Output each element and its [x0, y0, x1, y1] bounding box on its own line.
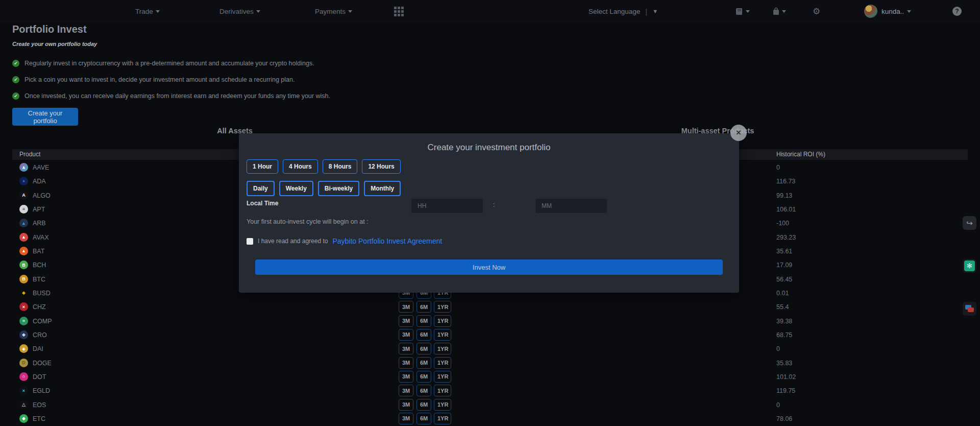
table-row[interactable]: ×EGLD3M6M1YR119.75 [12, 384, 968, 397]
frequency-option-weekly[interactable]: Weekly [279, 181, 313, 196]
share-icon[interactable]: ↪ [963, 216, 976, 230]
agreement-link[interactable]: Paybito Portfolio Invest Agreement [332, 237, 442, 245]
cycle-begin-text: Your first auto-invest cycle will begin … [247, 218, 369, 225]
term-button-1yr[interactable]: 1YR [434, 357, 451, 369]
coin-symbol: BCH [33, 262, 46, 269]
table-row[interactable]: ◈DAI3M6M1YR0 [12, 342, 968, 356]
hour-input[interactable] [411, 199, 483, 213]
top-navbar: TradeDerivativesPayments Select Language… [0, 0, 980, 22]
close-icon[interactable]: × [730, 125, 747, 141]
term-button-6m[interactable]: 6M [416, 385, 431, 396]
term-button-1yr[interactable]: 1YR [434, 329, 451, 341]
help-icon[interactable]: ? [952, 7, 962, 16]
language-selector[interactable]: Select Language | ▼ [589, 0, 658, 22]
term-button-6m[interactable]: 6M [416, 343, 431, 354]
wallet-bag-icon[interactable] [772, 0, 786, 22]
term-button-3m[interactable]: 3M [399, 357, 413, 369]
comp-coin-icon: ≈ [19, 317, 28, 325]
table-row[interactable]: ◆ETC3M6M1YR78.06 [12, 412, 968, 425]
invest-now-button[interactable]: Invest Now [255, 259, 723, 275]
local-time-label: Local Time [247, 200, 278, 207]
gpt-glyph: ✻ [964, 261, 975, 271]
chz-coin-icon: × [19, 302, 28, 311]
coin-symbol: DAI [33, 345, 43, 352]
orders-caret-icon [746, 10, 750, 13]
chat-bubbles-icon[interactable] [963, 302, 976, 316]
nav-menu-trade[interactable]: Trade [135, 0, 160, 22]
user-avatar[interactable] [864, 5, 877, 18]
frequency-option-bi-weekly[interactable]: Bi-weekly [318, 181, 359, 196]
historical-roi-value: 116.73 [776, 178, 795, 185]
bullet-text: Regularly invest in cryptocurrency with … [24, 60, 314, 67]
term-button-1yr[interactable]: 1YR [434, 371, 451, 383]
create-portfolio-modal: × Create your investment portfolio 1 Hou… [239, 133, 739, 293]
term-button-3m[interactable]: 3M [399, 315, 413, 327]
term-button-3m[interactable]: 3M [399, 385, 413, 396]
table-row[interactable]: ≈COMP3M6M1YR39.38 [12, 314, 968, 328]
term-button-6m[interactable]: 6M [416, 371, 431, 383]
term-button-1yr[interactable]: 1YR [434, 301, 451, 313]
nav-menu-label: Payments [315, 8, 346, 15]
apps-grid-icon[interactable] [394, 7, 404, 16]
historical-roi-value: 55.4 [776, 303, 789, 311]
hour-option-8-hours[interactable]: 8 Hours [323, 159, 358, 174]
table-row[interactable]: ○DOT3M6M1YR101.02 [12, 370, 968, 384]
coin-symbol: CRO [33, 332, 47, 339]
term-button-6m[interactable]: 6M [416, 399, 431, 411]
term-button-1yr[interactable]: 1YR [434, 385, 451, 396]
frequency-option-monthly[interactable]: Monthly [364, 181, 401, 196]
coin-symbol: BUSD [33, 290, 51, 297]
check-icon: ✔ [12, 60, 19, 67]
time-separator: : [493, 201, 495, 208]
user-name: kunda.. [881, 8, 904, 15]
term-button-6m[interactable]: 6M [416, 301, 431, 313]
coin-symbol: AVAX [33, 234, 49, 241]
algo-coin-icon: A [19, 191, 28, 200]
historical-roi-value: 56.45 [776, 276, 792, 283]
term-button-3m[interactable]: 3M [399, 399, 413, 411]
hour-option-4-hours[interactable]: 4 Hours [283, 159, 318, 174]
term-button-6m[interactable]: 6M [416, 315, 431, 327]
term-button-3m[interactable]: 3M [399, 413, 413, 424]
orders-book-icon[interactable] [736, 0, 750, 22]
chat-bubble-red [968, 307, 974, 312]
bullet-text: Once invested, you can receive daily ear… [24, 92, 330, 100]
term-button-1yr[interactable]: 1YR [434, 315, 451, 327]
bat-coin-icon: ▲ [19, 247, 28, 255]
table-row[interactable]: △EOS3M6M1YR0 [12, 398, 968, 412]
gpt-extension-icon[interactable]: ✻ [963, 259, 976, 273]
frequency-option-daily[interactable]: Daily [247, 181, 275, 196]
term-button-3m[interactable]: 3M [399, 343, 413, 354]
column-historical-roi: Historical ROI (%) [776, 151, 825, 158]
agreement-checkbox[interactable] [247, 238, 253, 245]
feature-bullet: ✔Once invested, you can receive daily ea… [12, 92, 330, 100]
settings-gear-icon[interactable]: ⚙ [813, 0, 820, 22]
term-button-3m[interactable]: 3M [399, 301, 413, 313]
coin-symbol: ALGO [33, 192, 51, 199]
table-row[interactable]: ×CHZ3M6M1YR55.4 [12, 300, 968, 314]
feature-bullet: ✔Regularly invest in cryptocurrency with… [12, 60, 314, 67]
coin-symbol: CHZ [33, 303, 46, 311]
term-button-1yr[interactable]: 1YR [434, 399, 451, 411]
nav-menu-payments[interactable]: Payments [315, 0, 352, 22]
nav-menu-derivatives[interactable]: Derivatives [219, 0, 260, 22]
term-button-6m[interactable]: 6M [416, 329, 431, 341]
etc-coin-icon: ◆ [19, 414, 28, 423]
hour-option-1-hour[interactable]: 1 Hour [247, 159, 278, 174]
table-row[interactable]: DDOGE3M6M1YR35.83 [12, 356, 968, 370]
minute-input[interactable] [535, 199, 607, 213]
term-button-6m[interactable]: 6M [416, 413, 431, 424]
hour-option-12-hours[interactable]: 12 Hours [362, 159, 400, 174]
historical-roi-value: 293.23 [776, 234, 796, 241]
agreement-row: I have read and agreed to Paybito Portfo… [247, 237, 442, 245]
page-title: Portfolio Invest [12, 23, 87, 35]
term-button-3m[interactable]: 3M [399, 329, 413, 341]
term-button-6m[interactable]: 6M [416, 357, 431, 369]
term-button-3m[interactable]: 3M [399, 371, 413, 383]
coin-symbol: APT [33, 206, 45, 213]
term-button-1yr[interactable]: 1YR [434, 413, 451, 424]
table-row[interactable]: ◆CRO3M6M1YR68.75 [12, 328, 968, 342]
term-button-1yr[interactable]: 1YR [434, 343, 451, 354]
create-portfolio-button[interactable]: Create your portfolio [12, 108, 78, 126]
user-menu[interactable]: kunda.. [881, 0, 911, 22]
